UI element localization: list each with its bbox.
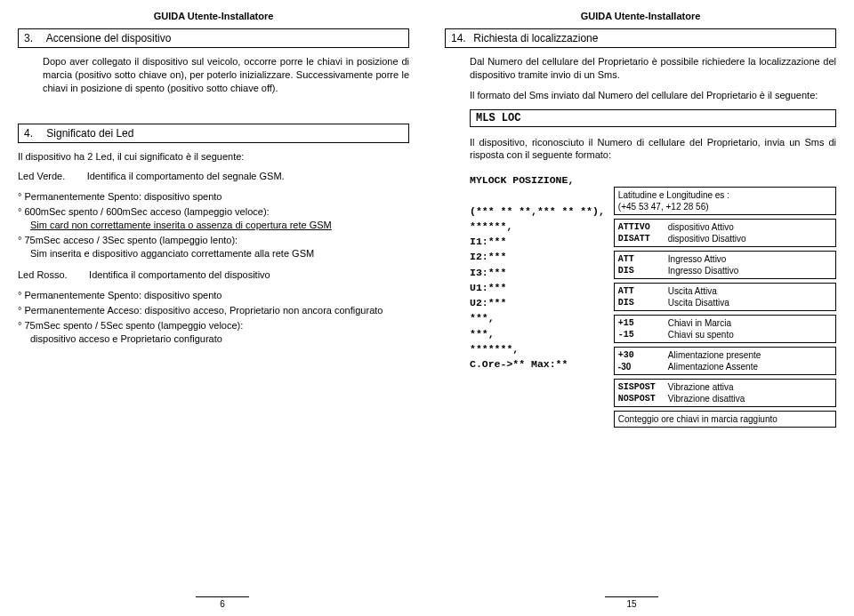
page-right: GUIDA Utente-Installatore 14. Richiesta … [427, 11, 836, 609]
legend-key: ATT [618, 285, 668, 297]
legend-attivo: ATTIVOdispositivo Attivo DISATTdispositi… [614, 219, 836, 247]
legend-uscita: ATTUscita Attiva DISUscita Disattiva [614, 283, 836, 311]
section-3-heading: 3. Accensione del dispositivo [18, 28, 409, 48]
legend-key: +30 [618, 349, 668, 361]
legend-key: -15 [618, 329, 668, 340]
list-item: 75mSec acceso / 3Sec spento (lampeggio l… [30, 234, 409, 260]
legend-val: Ingresso Attivo [668, 253, 727, 265]
legend-val: Vibrazione disattiva [668, 393, 745, 404]
legend-key: ATT [618, 253, 668, 265]
legend-key: -30 [618, 361, 668, 372]
list-item: Permanentemente Spento: dispositivo spen… [30, 190, 409, 204]
section-4-num: 4. [24, 127, 44, 140]
header-left: GUIDA Utente-Installatore [18, 11, 409, 21]
list-item: 75mSec spento / 5Sec spento (lampeggio v… [30, 319, 409, 346]
list-item-sub: dispositivo acceso e Proprietario config… [30, 333, 222, 344]
list-item-text: 75mSec acceso / 3Sec spento (lampeggio l… [24, 235, 238, 245]
led-green-desc: Identifica il comportamento del segnale … [87, 171, 285, 181]
legend-val: Chiavi su spento [668, 329, 734, 340]
list-item-sub: Sim inserita e dispositivo agganciato co… [30, 248, 314, 259]
header-right: GUIDA Utente-Installatore [445, 11, 836, 21]
list-item-text: 600mSec spento / 600mSec acceso (lampegg… [24, 206, 269, 217]
legend-val: Alimentazione Assente [668, 361, 758, 372]
page-left: GUIDA Utente-Installatore 3. Accensione … [18, 11, 427, 609]
section-14-title: Richiesta di localizzazione [473, 32, 598, 44]
list-item: Permanentemente Acceso: dispositivo acce… [30, 304, 409, 317]
list-item-text: 75mSec spento / 5Sec spento (lampeggio v… [24, 320, 243, 331]
section-3-title: Accensione del dispositivo [46, 32, 172, 44]
led-red-label: Led Rosso. [18, 269, 68, 280]
led-green-header: Led Verde. Identifica il comportamento d… [18, 170, 409, 183]
section-4-heading: 4. Significato dei Led [18, 124, 409, 143]
legend-key: SISPOST [618, 381, 668, 393]
legend-text: (+45 53 47, +12 28 56) [618, 201, 832, 212]
legend-text: Latitudine e Longitudine es : [618, 189, 832, 201]
list-item-sub: Sim card non correttamente inserita o as… [30, 220, 332, 230]
sms-legend: Latitudine e Longitudine es : (+45 53 47… [614, 172, 836, 428]
legend-val: dispositivo Attivo [668, 221, 734, 233]
led-green-list: Permanentemente Spento: dispositivo spen… [30, 190, 409, 261]
list-item: 600mSec spento / 600mSec acceso (lampegg… [30, 205, 409, 232]
led-intro: Il dispositivo ha 2 Led, il cui signific… [18, 150, 409, 164]
legend-latlon: Latitudine e Longitudine es : (+45 53 47… [614, 187, 836, 215]
led-green-label: Led Verde. [18, 171, 65, 181]
section-14-heading: 14. Richiesta di localizzazione [445, 28, 836, 48]
legend-ingresso: ATTIngresso Attivo DISIngresso Disattivo [614, 251, 836, 279]
legend-key: DIS [618, 265, 668, 276]
legend-val: Alimentazione presente [668, 349, 761, 361]
section-4-title: Significato dei Led [46, 127, 133, 140]
legend-val: Vibrazione attiva [668, 381, 734, 393]
legend-vibrazione: SISPOSTVibrazione attiva NOSPOSTVibrazio… [614, 379, 836, 407]
led-red-header: Led Rosso. Identifica il comportamento d… [18, 268, 409, 282]
section-14-p3: Il dispositivo, riconosciuto il Numero d… [470, 136, 836, 163]
sms-command-box: MLS LOC [470, 109, 836, 127]
sms-response-area: MYLOCK POSIZIONE, (*** ** **,*** ** **),… [445, 172, 836, 428]
section-14-p1: Dal Numero del cellulare del Proprietari… [470, 55, 836, 82]
legend-val: Uscita Disattiva [668, 297, 729, 308]
legend-key: NOSPOST [618, 393, 668, 404]
led-red-list: Permanentemente Spento: dispositivo spen… [30, 289, 409, 347]
legend-key: ATTIVO [618, 221, 668, 233]
legend-ore: Conteggio ore chiavi in marcia raggiunto [614, 411, 836, 428]
led-red-desc: Identifica il comportamento del disposit… [89, 269, 270, 280]
legend-chiavi: +15Chiavi in Marcia -15Chiavi su spento [614, 315, 836, 343]
list-item: Permanentemente Spento: dispositivo spen… [30, 289, 409, 302]
legend-val: dispositivo Disattivo [668, 233, 746, 244]
legend-key: DIS [618, 297, 668, 308]
page-number-left: 6 [196, 596, 249, 609]
legend-val: Chiavi in Marcia [668, 317, 731, 329]
section-3-body: Dopo aver collegato il dispositivo sul v… [43, 55, 409, 95]
legend-alimentazione: +30Alimentazione presente -30Alimentazio… [614, 347, 836, 375]
legend-val: Ingresso Disattivo [668, 265, 738, 276]
section-14-num: 14. [451, 32, 471, 44]
legend-val: Uscita Attiva [668, 285, 717, 297]
page-number-right: 15 [605, 596, 658, 609]
legend-key: +15 [618, 317, 668, 329]
sms-response-text: MYLOCK POSIZIONE, (*** ** **,*** ** **),… [445, 172, 605, 428]
legend-key: DISATT [618, 233, 668, 244]
section-14-p2: Il formato del Sms inviato dal Numero de… [470, 89, 836, 102]
section-3-num: 3. [24, 32, 44, 44]
